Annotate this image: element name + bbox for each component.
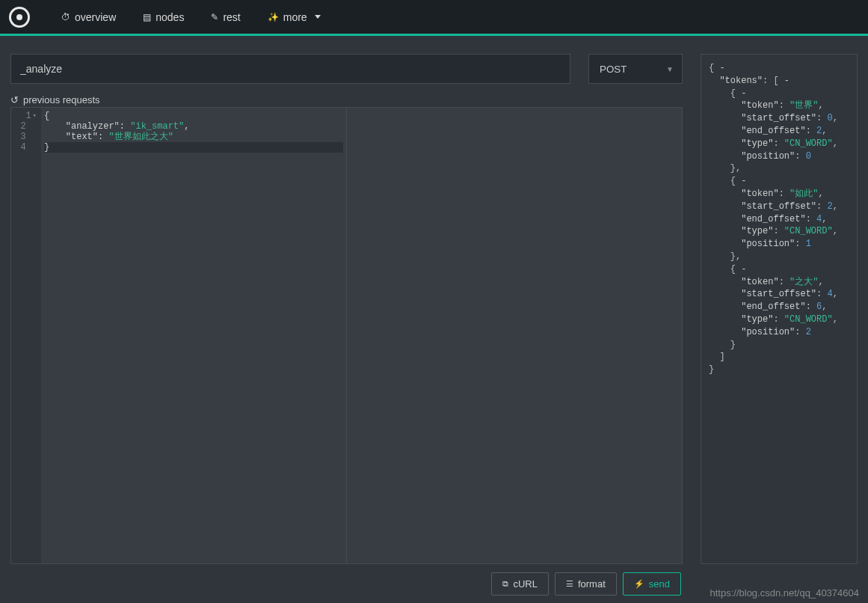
navbar: ⏱overview▤nodes✎rest✨more	[0, 0, 868, 36]
editor-container: 1 ▾2 3 4 { "analyzer": "ik_smart", "text…	[10, 107, 683, 564]
th-list-icon: ▤	[143, 12, 151, 22]
edit-icon: ✎	[211, 12, 218, 22]
code-area[interactable]: { "analyzer": "ik_smart", "text": "世界如此之…	[41, 108, 346, 563]
format-button[interactable]: ☰ format	[555, 572, 617, 596]
bolt-icon: ⚡	[634, 579, 644, 589]
nav-rest[interactable]: ✎rest	[197, 5, 253, 29]
line-gutter: 1 ▾2 3 4	[11, 108, 41, 563]
magic-icon: ✨	[268, 12, 279, 22]
curl-button[interactable]: ⧉ cURL	[491, 572, 549, 596]
request-editor-right[interactable]	[346, 108, 682, 563]
previous-requests-link[interactable]: ↺ previous requests	[10, 94, 683, 105]
action-bar: ⧉ cURL ☰ format ⚡ send	[0, 564, 868, 603]
copy-icon: ⧉	[502, 579, 508, 589]
endpoint-input[interactable]	[10, 54, 570, 84]
nav-more[interactable]: ✨more	[254, 5, 334, 29]
main-area: POST ↺ previous requests 1 ▾2 3 4 { "ana…	[0, 36, 868, 564]
left-panel: POST ↺ previous requests 1 ▾2 3 4 { "ana…	[10, 54, 683, 564]
app-logo	[9, 7, 30, 28]
nav-nodes[interactable]: ▤nodes	[129, 5, 197, 29]
send-button[interactable]: ⚡ send	[623, 572, 681, 596]
chevron-down-icon	[315, 15, 321, 19]
history-icon: ↺	[10, 94, 19, 105]
list-icon: ☰	[566, 579, 573, 589]
nav-overview[interactable]: ⏱overview	[48, 5, 129, 29]
dashboard-icon: ⏱	[61, 12, 70, 22]
http-method-select[interactable]: POST	[588, 54, 683, 84]
request-editor[interactable]: 1 ▾2 3 4 { "analyzer": "ik_smart", "text…	[11, 108, 346, 563]
response-panel: { - "tokens": [ - { - "token": "世界", "st…	[701, 54, 858, 564]
previous-requests-label: previous requests	[23, 94, 100, 105]
